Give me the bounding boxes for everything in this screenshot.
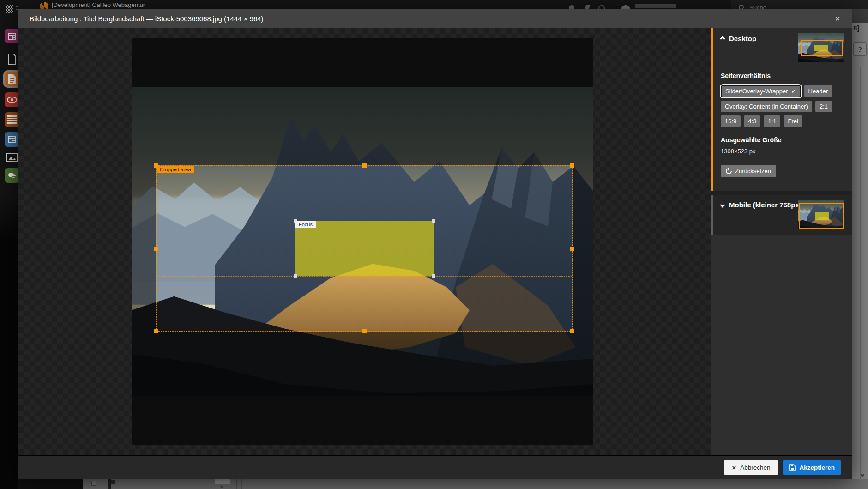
cloud-icon [7,172,17,179]
blank-page-icon [7,54,17,65]
section-divider [711,191,852,195]
mobile-section-label: Mobile (kleiner 768px) [729,201,802,209]
crop-handle-w[interactable] [154,247,158,251]
accept-button[interactable]: Akzeptieren [783,460,841,475]
search-icon [739,5,744,9]
selected-size-heading: Ausgewählte Größe [721,136,844,144]
dialog-footer: × Abbrechen Akzeptieren [18,455,852,479]
dialog-sidebar: Desktop Seitenverhältnis Slider/Overlay-… [711,28,852,455]
help-button[interactable]: ? [853,42,867,56]
divider [236,479,237,489]
close-icon[interactable]: × [831,9,844,28]
search-placeholder: Suche [749,4,766,9]
user-avatar[interactable] [621,5,630,9]
sidebar-item-new-page[interactable] [5,52,18,66]
focus-region[interactable]: Focus [295,221,434,276]
desktop-section: Desktop Seitenverhältnis Slider/Overlay-… [711,28,852,191]
rows-icon [7,115,17,124]
scroll-down-icon[interactable] [861,473,864,477]
panel-divider [860,67,861,479]
dialog-body: Focus Cropped area [18,28,852,455]
focus-handle[interactable] [432,219,435,223]
crop-handle-n[interactable] [362,163,367,168]
ratio-option-slider-overlay-wrapper[interactable]: Slider/Overlay-Wrapper✓ [721,85,801,97]
notifications-bell-icon[interactable] [569,5,574,9]
background-heading-fragment: 8] [853,24,859,32]
selected-check-icon: ✓ [791,88,796,95]
crop-handle-e[interactable] [570,247,574,251]
dropdown-caret-icon [220,484,223,488]
ratio-option-16-9[interactable]: 16:9 [721,115,741,127]
aspect-ratio-heading: Seitenverhältnis [721,72,844,79]
sidebar-item-documents-active[interactable] [5,72,18,86]
brand-logo-icon[interactable] [40,2,48,9]
sidebar-item-media-gallery[interactable] [5,29,18,43]
page-topbar: [Development] Galileo Webagentur Suche [0,0,868,9]
crop-handle-s[interactable] [362,329,367,333]
refresh-icon [726,168,732,174]
thirds-gridline [157,276,572,277]
newspaper-icon [7,135,17,144]
sidebar-item-preview[interactable] [5,92,18,107]
mobile-thumbnail[interactable] [798,200,844,229]
ratio-option-overlay-content[interactable]: Overlay: Content (in Container) [721,101,812,112]
crop-region[interactable]: Focus Cropped area [156,165,573,332]
nav-toggle-icon[interactable] [16,6,18,7]
ratio-option-2-1[interactable]: 2:1 [815,101,832,112]
image-edit-dialog: Bildbearbeitung : Titel Berglandschaft —… [18,9,852,479]
ratio-option-4-3[interactable]: 4:3 [744,115,760,127]
focus-label: Focus [295,221,316,228]
dropdown-fragment[interactable] [215,479,230,484]
sidebar-item-lists[interactable] [5,112,18,127]
desktop-section-label: Desktop [729,35,756,42]
ratio-option-1-1[interactable]: 1:1 [764,115,780,127]
page-bottom-edge [0,479,868,489]
ratio-option-frei[interactable]: Frei [784,115,802,127]
gallery-icon [7,32,17,40]
crop-handle-se[interactable] [570,329,574,333]
app-title: [Development] Galileo Webagentur [52,1,145,8]
save-icon [789,464,796,471]
selected-size-value: 1308×523 px [721,148,844,155]
crop-handle-sw[interactable] [154,329,158,333]
sidebar-item-news[interactable] [5,132,18,147]
screen: [Development] Galileo Webagentur Suche [0,0,868,489]
thumb-focus-area [814,45,828,51]
eye-icon [7,97,17,103]
page-left-nav [0,0,18,489]
focus-handle[interactable] [294,274,297,278]
mobile-section: Mobile (kleiner 768px) [711,195,852,235]
document-icon [8,74,16,84]
ratio-option-header[interactable]: Header [804,85,832,97]
search-bar[interactable]: Suche [731,0,868,9]
thumb-focus-area [815,212,829,220]
sidebar-item-images[interactable] [5,151,18,163]
checkbox-fragment[interactable] [91,481,96,486]
panel-seam [108,479,111,489]
cropped-area-label: Cropped area [157,166,194,173]
chevron-down-icon [720,202,725,207]
user-name-fragment [635,4,676,8]
crop-handle-ne[interactable] [570,163,574,168]
cancel-button[interactable]: × Abbrechen [724,460,778,475]
page-content-edge: 8] ? [852,9,868,479]
thirds-gridline [434,166,434,331]
app-grid-icon[interactable] [6,5,13,13]
image-icon [6,153,18,162]
help-circle-icon[interactable] [598,5,605,9]
focus-handle[interactable] [432,274,435,278]
desktop-thumbnail[interactable] [798,33,844,62]
dialog-title: Bildbearbeitung : Titel Berglandschaft —… [18,9,852,28]
aspect-ratio-options: Slider/Overlay-Wrapper✓ Header Overlay: … [721,85,844,127]
edit-canvas: Focus Cropped area [18,28,711,455]
dialog-shadow [852,9,868,23]
photo-frame: Focus Cropped area [132,38,593,445]
reset-button[interactable]: Zurücksetzen [721,165,776,177]
ui-fragment [111,480,115,484]
chevron-up-icon [720,36,725,41]
sidebar-item-weather[interactable] [5,168,18,183]
cancel-x-icon: × [732,464,736,471]
divider [241,479,242,489]
quick-actions-icon[interactable] [584,5,591,9]
